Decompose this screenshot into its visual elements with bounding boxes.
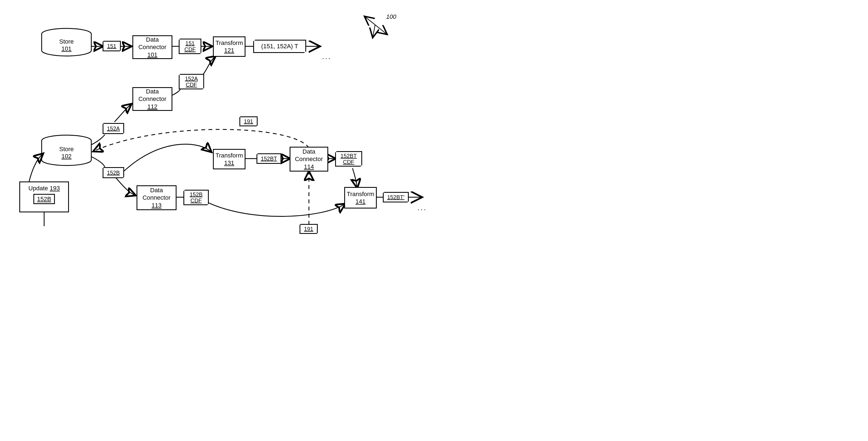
figure-reference-number: 100 <box>386 13 396 21</box>
svg-line-16 <box>366 17 375 25</box>
tag-152b: 152B <box>103 167 124 178</box>
tag-191-top: 191 <box>240 116 258 126</box>
svg-line-17 <box>373 25 375 36</box>
figure-ref-arrows <box>366 17 386 36</box>
data-connector-113: Data Connector 113 <box>136 185 177 210</box>
tag-152a-cdf: 152A CDF <box>179 74 204 89</box>
tag-152bt-prime: 152BT' <box>383 192 409 202</box>
data-connector-112: Data Connector 112 <box>132 87 173 111</box>
store-102-label: Store <box>53 146 81 153</box>
tag-152bt-cdf: 152BT CDF <box>335 151 362 166</box>
svg-line-18 <box>375 25 386 34</box>
store-101-label: Store <box>53 38 81 45</box>
update-inner-152b: 152B <box>33 194 55 204</box>
output-ribbon: (151, 152A) T <box>253 40 306 53</box>
tag-151-cdf: 151 CDF <box>179 39 202 54</box>
store-101-ref: 101 <box>53 45 81 53</box>
transform-141: Transform 141 <box>344 187 377 209</box>
tag-191-bottom: 191 <box>300 224 318 234</box>
store-101: Store 101 <box>53 38 81 53</box>
diagram-canvas: 100 Store 101 151 Data Connector 101 151… <box>5 5 425 232</box>
store-102-ref: 102 <box>53 153 81 160</box>
ellipsis-bottom: ... <box>417 203 427 212</box>
transform-121: Transform 121 <box>213 36 246 57</box>
store-102: Store 102 <box>53 146 81 160</box>
tag-151: 151 <box>103 41 121 51</box>
data-connector-101: Data Connector 101 <box>132 35 173 59</box>
update-193: Update 193 152B <box>19 182 69 212</box>
tag-152bt: 152BT <box>256 153 281 164</box>
data-connector-114: Data Connector 114 <box>289 147 328 171</box>
transform-131: Transform 131 <box>213 149 246 169</box>
tag-152b-cdf: 152B CDF <box>183 190 209 205</box>
tag-152a: 152A <box>103 123 124 134</box>
ellipsis-top: ... <box>322 53 332 61</box>
